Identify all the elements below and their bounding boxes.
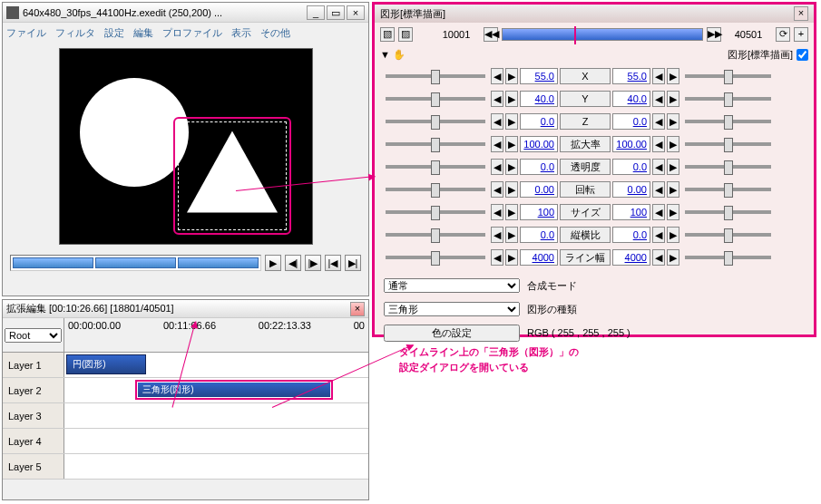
value-right[interactable]: 0.0 [612, 113, 650, 130]
scrub-bar[interactable] [10, 255, 261, 271]
dec-left-button[interactable]: ◀ [491, 136, 503, 152]
slider-left[interactable] [386, 256, 485, 259]
slider-right[interactable] [685, 233, 771, 237]
slider-right[interactable] [685, 97, 771, 101]
dec-right-button[interactable]: ◀ [652, 136, 665, 152]
inc-right-button[interactable]: ▶ [667, 68, 679, 84]
value-left[interactable]: 0.0 [520, 113, 558, 130]
inc-right-button[interactable]: ▶ [667, 249, 679, 266]
track-1[interactable]: 円(図形) [64, 353, 368, 377]
inc-left-button[interactable]: ▶ [505, 181, 518, 198]
inc-right-button[interactable]: ▶ [667, 159, 679, 175]
menu-profile[interactable]: プロファイル [162, 26, 222, 40]
seek-next-button[interactable]: ▶▶ [707, 27, 721, 42]
slider-left[interactable] [386, 74, 485, 78]
inc-left-button[interactable]: ▶ [505, 227, 518, 243]
value-right[interactable]: 55.0 [612, 68, 650, 84]
play-button[interactable]: ▶ [265, 255, 281, 271]
value-right[interactable]: 100.00 [612, 136, 650, 152]
value-left[interactable]: 100.00 [520, 136, 558, 152]
timeline-titlebar[interactable]: 拡張編集 [00:10:26.66] [18801/40501] × [3, 300, 368, 318]
layer-label-5[interactable]: Layer 5 [3, 454, 64, 479]
minimize-button[interactable]: _ [307, 5, 325, 20]
frame-seek-bar[interactable] [502, 28, 703, 41]
slider-right[interactable] [685, 188, 771, 191]
blend-mode-select[interactable]: 通常 [384, 278, 520, 293]
dec-right-button[interactable]: ◀ [652, 91, 665, 107]
props-titlebar[interactable]: 図形[標準描画] × [375, 5, 814, 23]
timeline-close-button[interactable]: × [350, 302, 365, 316]
refresh-icon[interactable]: ⟳ [776, 27, 790, 42]
menu-settings[interactable]: 設定 [104, 26, 124, 40]
value-left[interactable]: 55.0 [520, 68, 558, 84]
shape-triangle-selection[interactable] [173, 117, 291, 235]
layer-label-4[interactable]: Layer 4 [3, 429, 64, 453]
slider-left[interactable] [386, 233, 485, 237]
slider-left[interactable] [386, 97, 485, 101]
dec-left-button[interactable]: ◀ [491, 204, 503, 220]
maximize-button[interactable]: ▭ [327, 5, 345, 20]
inc-right-button[interactable]: ▶ [667, 136, 679, 152]
clip-triangle[interactable]: 三角形(図形) [135, 380, 333, 400]
dec-left-button[interactable]: ◀ [491, 159, 503, 175]
timeline-root[interactable]: Root [3, 318, 64, 352]
prop-label[interactable]: Y [560, 91, 611, 107]
slider-right[interactable] [685, 74, 771, 78]
value-left[interactable]: 0.0 [520, 159, 558, 175]
slider-left[interactable] [386, 142, 485, 146]
prev-button[interactable]: ◀| [285, 255, 301, 271]
slider-right[interactable] [685, 210, 771, 214]
layer-label-3[interactable]: Layer 3 [3, 403, 64, 428]
props-close-button[interactable]: × [794, 6, 808, 21]
menu-other[interactable]: その他 [260, 26, 290, 40]
prop-label[interactable]: 透明度 [560, 159, 611, 175]
inc-left-button[interactable]: ▶ [505, 113, 518, 130]
inc-right-button[interactable]: ▶ [667, 227, 679, 243]
slider-right[interactable] [685, 256, 771, 259]
inc-right-button[interactable]: ▶ [667, 113, 679, 130]
track-3[interactable] [64, 403, 368, 428]
layer-down-icon[interactable]: ▨ [398, 27, 413, 42]
inc-left-button[interactable]: ▶ [505, 249, 518, 266]
dec-right-button[interactable]: ◀ [652, 181, 665, 198]
layer-label-2[interactable]: Layer 2 [3, 378, 64, 402]
slider-right[interactable] [685, 165, 771, 169]
value-right[interactable]: 40.0 [612, 91, 650, 107]
first-button[interactable]: |◀ [325, 255, 341, 271]
inc-right-button[interactable]: ▶ [667, 181, 679, 198]
track-2[interactable]: 三角形(図形) [64, 378, 368, 402]
add-icon[interactable]: + [794, 27, 808, 42]
value-left[interactable]: 0.00 [520, 181, 558, 198]
titlebar[interactable]: 640x480_30fps_44100Hz.exedit (250,200) .… [3, 3, 368, 23]
menu-filter[interactable]: フィルタ [55, 26, 95, 40]
dec-right-button[interactable]: ◀ [652, 159, 665, 175]
dec-right-button[interactable]: ◀ [652, 204, 665, 220]
track-5[interactable] [64, 454, 368, 479]
menu-view[interactable]: 表示 [231, 26, 251, 40]
prop-label[interactable]: 回転 [560, 181, 611, 198]
slider-left[interactable] [386, 188, 485, 191]
dec-right-button[interactable]: ◀ [652, 249, 665, 266]
track-4[interactable] [64, 429, 368, 453]
preview-canvas[interactable] [59, 48, 313, 245]
collapse-icon[interactable]: ▼ ✋ [380, 49, 406, 61]
prop-label[interactable]: Z [560, 113, 611, 130]
layer-label-1[interactable]: Layer 1 [3, 353, 64, 377]
prop-label[interactable]: ライン幅 [560, 249, 611, 266]
menu-edit[interactable]: 編集 [133, 26, 153, 40]
close-button[interactable]: × [347, 5, 365, 20]
inc-left-button[interactable]: ▶ [505, 91, 518, 107]
slider-left[interactable] [386, 120, 485, 123]
layer-up-icon[interactable]: ▧ [380, 27, 395, 42]
slider-right[interactable] [685, 142, 771, 146]
inc-left-button[interactable]: ▶ [505, 204, 518, 220]
shape-type-select[interactable]: 三角形 [384, 302, 520, 316]
slider-right[interactable] [685, 120, 771, 123]
dec-left-button[interactable]: ◀ [491, 227, 503, 243]
prop-label[interactable]: サイズ [560, 204, 611, 220]
slider-left[interactable] [386, 210, 485, 214]
value-left[interactable]: 4000 [520, 249, 558, 266]
prop-label[interactable]: X [560, 68, 611, 84]
dec-left-button[interactable]: ◀ [491, 91, 503, 107]
root-select[interactable]: Root [5, 328, 62, 343]
